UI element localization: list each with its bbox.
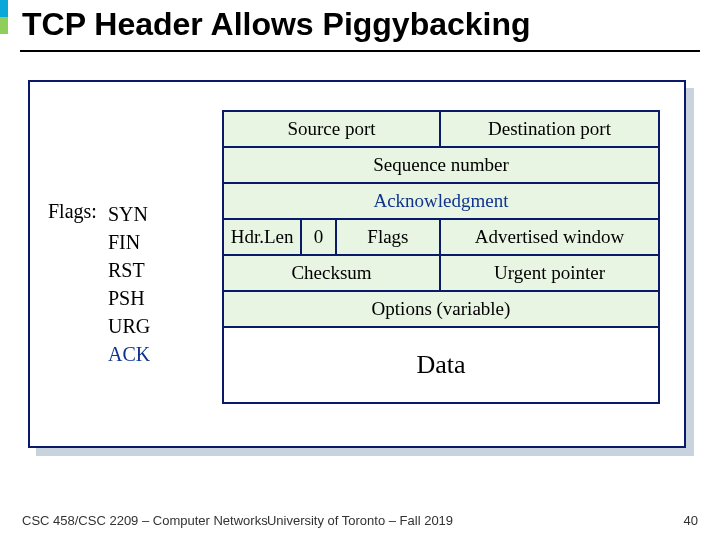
cell-flags: Flags [337,220,441,254]
row-seq: Sequence number [222,146,660,182]
row-checksum: Checksum Urgent pointer [222,254,660,290]
slide-title: TCP Header Allows Piggybacking [22,6,531,43]
cell-source-port: Source port [224,112,441,146]
accent-bar [0,0,8,34]
footer-page-number: 40 [684,513,698,528]
flags-list: SYN FIN RST PSH URG ACK [108,200,150,368]
cell-data: Data [416,350,465,380]
cell-sequence-number: Sequence number [224,148,658,182]
flags-label: Flags: [48,200,97,223]
flag-rst: RST [108,256,150,284]
tcp-header-table: Source port Destination port Sequence nu… [222,110,660,404]
flag-urg: URG [108,312,150,340]
flag-ack: ACK [108,340,150,368]
cell-hdrlen: Hdr.Len [224,220,302,254]
title-underline [20,50,700,52]
flag-psh: PSH [108,284,150,312]
flag-fin: FIN [108,228,150,256]
row-data: Data [222,328,660,404]
footer-org: University of Toronto – Fall 2019 [0,513,720,528]
row-ports: Source port Destination port [222,110,660,146]
diagram-panel: Flags: SYN FIN RST PSH URG ACK Source po… [28,80,686,448]
flag-syn: SYN [108,200,150,228]
cell-reserved-zero: 0 [302,220,337,254]
row-ack: Acknowledgment [222,182,660,218]
cell-dest-port: Destination port [441,112,658,146]
row-flags: Hdr.Len 0 Flags Advertised window [222,218,660,254]
cell-acknowledgment: Acknowledgment [224,184,658,218]
cell-urgent-pointer: Urgent pointer [441,256,658,290]
row-options: Options (variable) [222,290,660,328]
cell-checksum: Checksum [224,256,441,290]
cell-adv-window: Advertised window [441,220,658,254]
cell-options: Options (variable) [224,292,658,326]
